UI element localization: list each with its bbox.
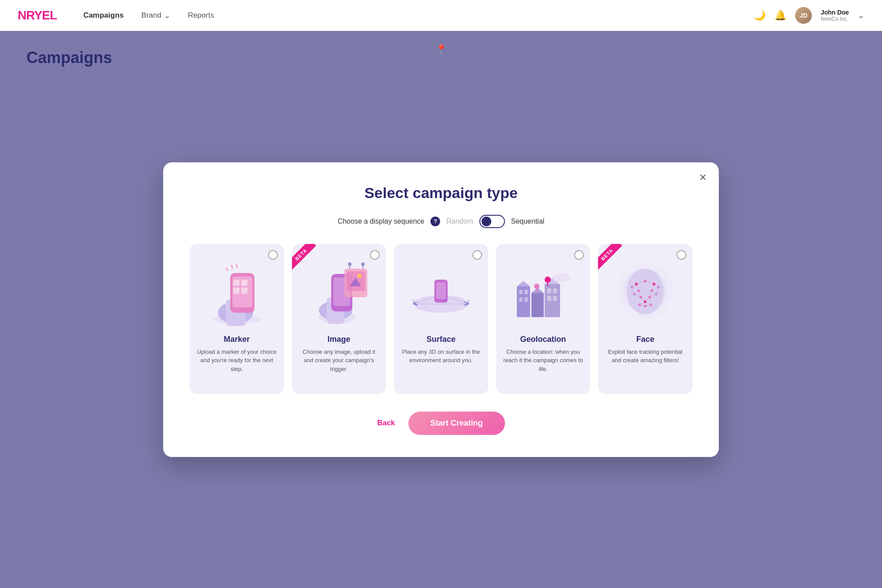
navbar: NRYEL Campaigns Brand ⌄ Reports 🌙 🔔 JD J… xyxy=(0,0,882,31)
svg-point-20 xyxy=(357,273,362,278)
card-surface[interactable]: Surface Place any 3D on surface in the e… xyxy=(394,244,488,394)
card-face[interactable]: Face Exploit face tracking potential and… xyxy=(598,244,692,394)
svg-rect-38 xyxy=(519,297,523,302)
svg-rect-33 xyxy=(436,282,446,299)
modal-title: Select campaign type xyxy=(190,184,692,202)
start-creating-button[interactable]: Start Creating xyxy=(408,412,505,435)
svg-point-49 xyxy=(553,275,563,282)
svg-rect-7 xyxy=(233,288,239,294)
chevron-down-icon: ⌄ xyxy=(164,11,170,20)
svg-rect-46 xyxy=(547,296,551,301)
svg-rect-45 xyxy=(553,288,557,293)
avatar: JD xyxy=(795,7,812,24)
geolocation-desc: Choose a location: when you reach it the… xyxy=(503,348,583,374)
campaign-type-modal: × Select campaign type Choose a display … xyxy=(163,162,719,457)
marker-desc: Upload a marker of your choice and you'r… xyxy=(197,348,277,374)
face-title: Face xyxy=(636,335,654,344)
nav-campaigns[interactable]: Campaigns xyxy=(83,11,124,20)
geolocation-illustration xyxy=(503,251,583,330)
radio-geolocation[interactable] xyxy=(574,250,584,260)
svg-rect-36 xyxy=(519,290,523,294)
campaign-type-cards: Marker Upload a marker of your choice an… xyxy=(190,244,692,394)
geolocation-title: Geolocation xyxy=(520,335,566,344)
modal-footer: Back Start Creating xyxy=(190,412,692,435)
radio-face[interactable] xyxy=(676,250,686,260)
user-name: John Doe xyxy=(821,9,849,16)
display-sequence-toggle[interactable] xyxy=(479,215,505,228)
surface-desc: Place any 3D on surface in the environme… xyxy=(401,348,481,365)
marker-illustration xyxy=(197,251,277,330)
svg-rect-40 xyxy=(531,293,544,317)
nav-links: Campaigns Brand ⌄ Reports xyxy=(83,11,754,20)
radio-marker[interactable] xyxy=(268,250,278,260)
logo[interactable]: NRYEL xyxy=(18,8,57,22)
modal-overlay: × Select campaign type Choose a display … xyxy=(0,31,882,588)
close-button[interactable]: × xyxy=(699,171,706,184)
sequence-label: Choose a display sequence xyxy=(338,217,425,225)
svg-rect-5 xyxy=(233,280,239,286)
image-desc: Choose any image, upload it and create y… xyxy=(299,348,379,374)
svg-rect-42 xyxy=(545,284,560,317)
svg-rect-39 xyxy=(524,297,528,302)
svg-rect-37 xyxy=(524,290,528,294)
svg-rect-47 xyxy=(553,296,557,301)
back-button[interactable]: Back xyxy=(377,419,395,427)
svg-rect-34 xyxy=(517,286,530,317)
user-company: NewCo Inc. xyxy=(821,16,849,22)
face-desc: Exploit face tracking potential and crea… xyxy=(605,348,685,365)
svg-rect-6 xyxy=(241,280,247,286)
image-title: Image xyxy=(327,335,350,344)
marker-title: Marker xyxy=(224,335,250,344)
svg-point-50 xyxy=(545,277,551,283)
image-beta-ribbon xyxy=(292,244,323,275)
logo-accent: N xyxy=(18,8,26,22)
moon-icon[interactable]: 🌙 xyxy=(754,10,766,21)
bell-icon[interactable]: 🔔 xyxy=(774,10,786,21)
user-dropdown-icon[interactable]: ⌄ xyxy=(858,11,864,20)
random-label: Random xyxy=(446,217,473,225)
radio-image[interactable] xyxy=(370,250,380,260)
surface-title: Surface xyxy=(426,335,456,344)
svg-line-9 xyxy=(226,268,228,271)
sequential-label: Sequential xyxy=(511,217,545,225)
nav-reports[interactable]: Reports xyxy=(188,11,214,20)
svg-point-24 xyxy=(361,262,365,266)
face-beta-ribbon xyxy=(598,244,629,275)
surface-illustration xyxy=(401,251,481,330)
radio-surface[interactable] xyxy=(472,250,482,260)
card-geolocation[interactable]: Geolocation Choose a location: when you … xyxy=(496,244,590,394)
card-image[interactable]: Image Choose any image, upload it and cr… xyxy=(292,244,386,394)
svg-rect-44 xyxy=(547,288,551,293)
card-marker[interactable]: Marker Upload a marker of your choice an… xyxy=(190,244,284,394)
svg-point-56 xyxy=(627,269,664,315)
help-icon[interactable]: ? xyxy=(430,217,440,226)
svg-line-10 xyxy=(232,265,232,269)
page-background: Campaigns 📍 × Select campaign type Choos… xyxy=(0,31,882,588)
display-sequence-row: Choose a display sequence ? Random Seque… xyxy=(190,215,692,228)
nav-brand[interactable]: Brand ⌄ xyxy=(142,11,170,20)
svg-point-22 xyxy=(348,262,351,266)
toggle-knob xyxy=(482,217,491,226)
svg-rect-8 xyxy=(241,288,247,294)
user-info: John Doe NewCo Inc. xyxy=(821,9,849,22)
svg-marker-35 xyxy=(517,281,530,286)
nav-right: 🌙 🔔 JD John Doe NewCo Inc. ⌄ xyxy=(754,7,864,24)
svg-point-52 xyxy=(534,284,539,289)
